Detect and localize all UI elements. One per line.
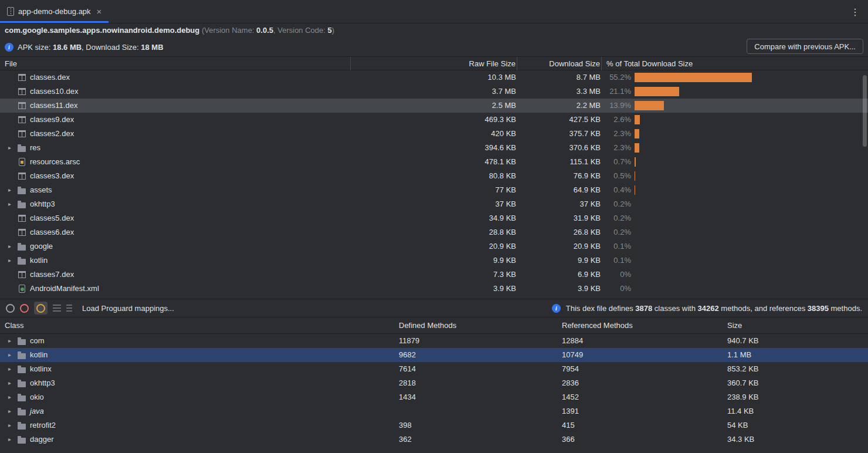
expand-chevron-icon[interactable]: ▸ xyxy=(8,376,17,390)
file-row[interactable]: resources.arsc478.1 KB115.1 KB0.7% xyxy=(0,155,868,169)
raw-size-cell: 9.9 KB xyxy=(351,253,517,268)
file-row[interactable]: classes.dex10.3 MB8.7 MB55.2% xyxy=(0,70,868,84)
version-close: ) xyxy=(332,26,334,35)
size-cell: 54 KB xyxy=(723,418,868,432)
download-size-cell: 20.9 KB xyxy=(517,239,602,253)
column-header-raw-file-size[interactable]: Raw File Size xyxy=(351,57,517,70)
file-name-cell: AndroidManifest.xml xyxy=(0,282,351,296)
expand-chevron-icon[interactable]: ▸ xyxy=(8,432,17,447)
size-cell: 853.2 KB xyxy=(723,362,868,376)
file-row[interactable]: ▸google20.9 KB20.9 KB0.1% xyxy=(0,239,868,253)
file-row[interactable]: classes2.dex420 KB375.7 KB2.3% xyxy=(0,127,868,141)
class-name: okio xyxy=(30,390,44,404)
load-proguard-mappings-button[interactable]: Load Proguard mappings... xyxy=(82,304,174,313)
show-classes-toggle-icon[interactable] xyxy=(6,304,15,313)
column-header-file[interactable]: File xyxy=(0,57,351,70)
file-row[interactable]: classes10.dex3.7 MB3.3 MB21.1% xyxy=(0,84,868,99)
download-percent-label: 55.2% xyxy=(602,70,631,84)
dex-file-icon xyxy=(17,101,26,110)
folder-icon xyxy=(17,435,26,444)
download-size-cell: 37 KB xyxy=(517,197,602,211)
kebab-menu-icon[interactable]: ⋮ xyxy=(850,6,860,17)
file-row[interactable]: classes5.dex34.9 KB31.9 KB0.2% xyxy=(0,211,868,225)
file-row[interactable]: classes6.dex28.8 KB26.8 KB0.2% xyxy=(0,225,868,239)
column-header-percent-of-total[interactable]: % of Total Download Size xyxy=(602,57,868,70)
class-row[interactable]: ▸okhttp328182836360.7 KB xyxy=(0,376,868,390)
class-row[interactable]: ▸kotlin9682107491.1 MB xyxy=(0,348,868,362)
show-fields-toggle[interactable] xyxy=(34,302,48,315)
file-row[interactable]: classes11.dex2.5 MB2.2 MB13.9% xyxy=(0,99,868,113)
download-percent-cell: 0.2% xyxy=(602,225,868,239)
file-name: classes.dex xyxy=(30,70,70,84)
file-row[interactable]: ▸okhttp337 KB37 KB0.2% xyxy=(0,197,868,211)
file-name: classes7.dex xyxy=(30,268,74,282)
file-row[interactable]: ▸assets77 KB64.9 KB0.4% xyxy=(0,183,868,197)
class-row[interactable]: ▸retrofit239841554 KB xyxy=(0,418,868,432)
size-cell: 360.7 KB xyxy=(723,376,868,390)
class-row[interactable]: ▸dagger36236634.3 KB xyxy=(0,432,868,447)
class-name-cell: ▸java xyxy=(0,404,394,418)
collapse-all-icon[interactable] xyxy=(66,305,74,312)
download-size-cell: 375.7 KB xyxy=(517,127,602,141)
download-percent-bar xyxy=(635,157,636,167)
file-name: resources.arsc xyxy=(30,155,80,169)
column-header-defined-methods[interactable]: Defined Methods xyxy=(394,317,557,334)
size-cell: 940.7 KB xyxy=(723,334,868,348)
expand-chevron-icon[interactable]: ▸ xyxy=(8,362,17,376)
class-name: dagger xyxy=(30,432,53,447)
expand-chevron-icon[interactable]: ▸ xyxy=(8,418,17,432)
class-name-cell: ▸okhttp3 xyxy=(0,376,394,390)
file-row[interactable]: classes3.dex80.8 KB76.9 KB0.5% xyxy=(0,169,868,183)
expand-chevron-icon[interactable]: ▸ xyxy=(8,197,17,211)
folder-icon xyxy=(17,393,26,402)
tab-apk-analyzer[interactable]: app-demo-debug.apk × xyxy=(0,0,108,23)
info-icon: i xyxy=(5,43,13,52)
expand-chevron-icon[interactable]: ▸ xyxy=(8,239,17,253)
expand-all-icon[interactable] xyxy=(53,305,61,312)
download-size-cell: 64.9 KB xyxy=(517,183,602,197)
compare-apk-button[interactable]: Compare with previous APK... xyxy=(747,39,863,54)
class-row[interactable]: ▸com1187912884940.7 KB xyxy=(0,334,868,348)
download-size-cell: 31.9 KB xyxy=(517,211,602,225)
close-icon[interactable]: × xyxy=(97,7,102,16)
show-methods-toggle-icon[interactable] xyxy=(20,304,29,313)
expand-chevron-icon[interactable]: ▸ xyxy=(8,183,17,197)
class-table-body: ▸com1187912884940.7 KB▸kotlin9682107491.… xyxy=(0,334,868,447)
expand-chevron-icon[interactable]: ▸ xyxy=(8,348,17,362)
file-name: res xyxy=(30,141,40,155)
raw-size-cell: 2.5 MB xyxy=(351,99,517,113)
class-row[interactable]: ▸java139111.4 KB xyxy=(0,404,868,418)
dex-file-icon xyxy=(17,129,26,138)
file-name-cell: ▸google xyxy=(0,239,351,253)
expand-chevron-icon[interactable]: ▸ xyxy=(8,334,17,348)
download-percent-cell: 0% xyxy=(602,282,868,296)
raw-size-cell: 420 KB xyxy=(351,127,517,141)
column-header-referenced-methods[interactable]: Referenced Methods xyxy=(557,317,723,334)
class-row[interactable]: ▸okio14341452238.9 KB xyxy=(0,390,868,404)
file-row[interactable]: ▸res394.6 KB370.6 KB2.3% xyxy=(0,141,868,155)
download-size-cell: 3.3 MB xyxy=(517,84,602,99)
vertical-scrollbar[interactable] xyxy=(863,75,867,147)
defined-methods-cell: 7614 xyxy=(394,362,557,376)
download-percent-label: 0.2% xyxy=(602,197,631,211)
download-percent-cell: 0.1% xyxy=(602,253,868,268)
raw-size-cell: 77 KB xyxy=(351,183,517,197)
expand-chevron-icon[interactable]: ▸ xyxy=(8,390,17,404)
download-size-cell: 115.1 KB xyxy=(517,155,602,169)
column-header-size[interactable]: Size xyxy=(723,317,868,334)
expand-chevron-icon[interactable]: ▸ xyxy=(8,253,17,268)
file-row[interactable]: classes9.dex469.3 KB427.5 KB2.6% xyxy=(0,113,868,127)
file-row[interactable]: AndroidManifest.xml3.9 KB3.9 KB0% xyxy=(0,282,868,296)
arsc-file-icon xyxy=(17,157,26,167)
file-row[interactable]: ▸kotlin9.9 KB9.9 KB0.1% xyxy=(0,253,868,268)
column-header-class[interactable]: Class xyxy=(0,317,394,334)
class-row[interactable]: ▸kotlinx76147954853.2 KB xyxy=(0,362,868,376)
expand-chevron-icon[interactable]: ▸ xyxy=(8,141,17,155)
raw-size-cell: 37 KB xyxy=(351,197,517,211)
folder-icon xyxy=(17,143,26,153)
file-name: classes5.dex xyxy=(30,211,74,225)
expand-chevron-icon[interactable]: ▸ xyxy=(8,404,17,418)
column-header-download-size[interactable]: Download Size xyxy=(517,57,602,70)
download-percent-bar xyxy=(635,185,635,195)
file-row[interactable]: classes7.dex7.3 KB6.9 KB0% xyxy=(0,268,868,282)
